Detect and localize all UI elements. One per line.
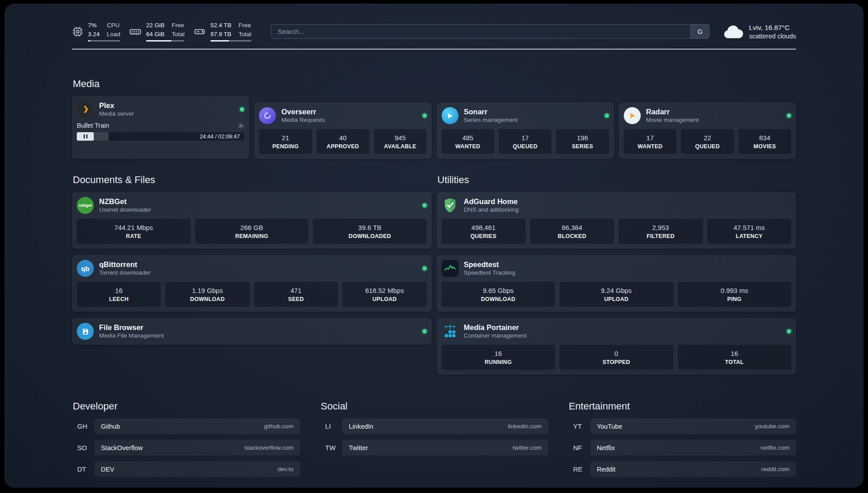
stat-value: 16 — [115, 287, 123, 294]
bookmark-domain: linkedin.com — [508, 423, 542, 430]
portainer-link[interactable]: Media Portainer Container management — [442, 323, 792, 340]
bookmark-abbr: TW — [320, 444, 342, 451]
stat-value: 17 — [647, 134, 654, 142]
weather-widget[interactable]: Lviv, 16.87°C scattered clouds — [723, 24, 796, 40]
memory-free-label: Free — [172, 21, 185, 29]
adguard-link[interactable]: AdGuard Home DNS and adblocking — [442, 197, 792, 214]
stat-label: QUEUED — [513, 143, 537, 150]
stat-value: 22 — [704, 134, 711, 142]
stat-value: 1.19 Gbps — [192, 287, 223, 294]
stat-label: DOWNLOADED — [349, 233, 391, 239]
bookmark-netflix[interactable]: Netflix netflix.com — [590, 440, 796, 455]
app-subtitle: Torrent downloader — [99, 269, 151, 276]
documents-column: Documents & Files nzbget NZBGet Usenet d… — [72, 174, 432, 345]
stat-value: 0.993 ms — [721, 287, 748, 294]
pause-button[interactable] — [77, 132, 94, 141]
bookmark-youtube[interactable]: YouTube youtube.com — [590, 418, 796, 434]
bookmark-stackoverflow[interactable]: StackOverflow stackoverflow.com — [94, 440, 300, 455]
bookmark-domain: youtube.com — [755, 423, 789, 430]
stat-label: APPROVED — [327, 143, 359, 150]
plex-link[interactable]: Plex Media server — [77, 101, 244, 118]
app-name: Media Portainer — [464, 323, 527, 332]
stat-value: 21 — [282, 134, 289, 142]
stat-value: 0 — [614, 350, 618, 357]
nzbget-link[interactable]: nzbget NZBGet Usenet downloader — [77, 197, 427, 214]
app-name: Overseerr — [281, 108, 325, 116]
entertainment-bookmarks: Entertainment YT YouTube youtube.com NF … — [568, 401, 796, 483]
speedtest-link[interactable]: Speedtest Speedtest Tracking — [442, 260, 792, 277]
stat-label: STOPPED — [602, 359, 630, 365]
stat-label: TOTAL — [725, 359, 744, 365]
hard-drive-icon — [193, 25, 206, 38]
stat-label: SERIES — [572, 143, 593, 150]
bookmark-row: DT DEV dev.to — [72, 461, 300, 477]
app-name: Speedtest — [464, 260, 516, 269]
stat-tile: 266 GB REMAINING — [195, 219, 309, 244]
weather-location: Lviv, 16.87°C — [749, 24, 796, 32]
cpu-chip-icon — [72, 26, 83, 38]
bookmark-abbr: GH — [72, 422, 94, 430]
app-subtitle: Container management — [464, 332, 527, 339]
radarr-icon — [624, 107, 641, 124]
stat-value: 17 — [522, 134, 529, 142]
overseerr-link[interactable]: Overseerr Media Requests — [259, 107, 426, 124]
section-title-media: Media — [73, 78, 796, 90]
bookmark-twitter[interactable]: Twitter twitter.com — [342, 440, 548, 455]
app-name: Radarr — [646, 108, 699, 116]
plex-now-playing: Bullet Train 24:44 / 02:06:4 — [77, 122, 244, 141]
stat-label: LEECH — [109, 296, 129, 302]
stat-value: 498,461 — [472, 224, 496, 231]
bookmark-row: YT YouTube youtube.com — [568, 418, 796, 434]
bookmark-dev[interactable]: DEV dev.to — [94, 461, 300, 477]
stat-tile: 21 PENDING — [259, 129, 312, 154]
stat-tile: 16 LEECH — [77, 282, 161, 307]
stat-label: DOWNLOAD — [481, 296, 515, 302]
stat-tile: 39.6 TB DOWNLOADED — [313, 219, 427, 244]
app-name: AdGuard Home — [464, 197, 519, 206]
app-subtitle: Media server — [99, 110, 134, 117]
app-name: File Browser — [99, 323, 164, 332]
bookmark-reddit[interactable]: Reddit reddit.com — [590, 461, 796, 477]
qbittorrent-link[interactable]: qb qBittorrent Torrent downloader — [77, 260, 427, 277]
stat-tile: 196 SERIES — [556, 129, 609, 154]
status-dot — [240, 107, 244, 112]
now-playing-title: Bullet Train — [77, 122, 109, 129]
stat-label: QUEUED — [695, 143, 720, 150]
app-subtitle: Media Requests — [281, 117, 325, 124]
stat-tile: 9.24 Gbps UPLOAD — [559, 282, 673, 307]
disk-usage-bar — [210, 40, 251, 42]
stat-tile: 834 MOVIES — [739, 129, 791, 154]
bookmark-row: SO StackOverflow stackoverflow.com — [72, 440, 300, 455]
stat-value: 9.24 Gbps — [601, 287, 632, 294]
stat-tile: 618.52 Mbps UPLOAD — [342, 282, 426, 307]
gear-icon[interactable] — [238, 122, 244, 129]
stat-label: LATENCY — [736, 233, 763, 239]
search-provider-button[interactable]: G — [690, 25, 709, 38]
app-name: Sonarr — [464, 108, 518, 116]
sonarr-link[interactable]: Sonarr Series management — [442, 107, 609, 124]
stat-tile: 17 QUEUED — [499, 129, 551, 154]
bookmark-linkedin[interactable]: LinkedIn linkedin.com — [342, 418, 548, 434]
app-subtitle: Media File Management — [99, 332, 164, 339]
status-dot — [605, 113, 609, 118]
cpu-usage: 7% — [88, 21, 100, 29]
sonarr-icon — [442, 107, 459, 124]
filebrowser-icon — [77, 323, 94, 340]
stat-label: PENDING — [272, 143, 299, 150]
bookmark-abbr: SO — [72, 444, 94, 451]
search-input[interactable] — [271, 25, 691, 38]
search-bar: G — [271, 24, 710, 39]
status-dot — [422, 203, 427, 208]
stat-label: WANTED — [638, 143, 663, 150]
filebrowser-link[interactable]: File Browser Media File Management — [77, 323, 427, 340]
cloud-icon — [723, 24, 743, 39]
bookmark-github[interactable]: Github github.com — [94, 418, 300, 434]
stat-label: RUNNING — [485, 359, 512, 365]
dashboard-panel: 7% 3.24 CPU Load — [4, 4, 864, 488]
status-dot — [787, 329, 791, 334]
bookmark-domain: dev.to — [278, 466, 294, 472]
radarr-link[interactable]: Radarr Movie management — [624, 107, 791, 124]
stat-value: 744.21 Mbps — [114, 224, 153, 231]
stat-value: 16 — [730, 350, 738, 357]
bookmark-name: Reddit — [597, 466, 616, 473]
